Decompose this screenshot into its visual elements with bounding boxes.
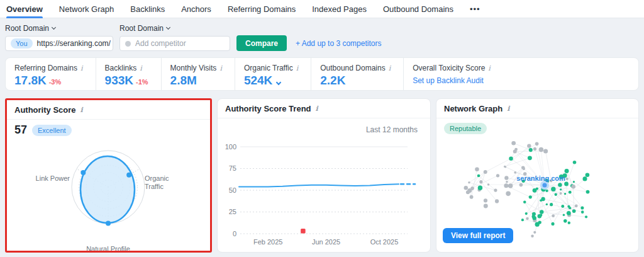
svg-text:75: 75: [229, 164, 236, 172]
compare-bar: Root Domain You https://seranking.com/ R…: [0, 18, 644, 51]
radar-axis-link-power: Link Power: [25, 174, 70, 183]
info-icon[interactable]: i: [316, 105, 318, 113]
network-graph-card: Network Graph i Reputable seranking.com …: [436, 98, 639, 253]
more-tabs-icon[interactable]: •••: [470, 4, 480, 14]
setup-backlink-audit-link[interactable]: Set up Backlink Audit: [413, 76, 491, 85]
you-domain-input[interactable]: You https://seranking.com/: [5, 36, 113, 51]
metric-label: Backlinks: [105, 64, 137, 72]
metrics-bar: Referring Domainsi 17.8K -3% Backlinksi …: [5, 57, 639, 91]
info-icon[interactable]: i: [488, 64, 491, 72]
metric-label: Referring Domains: [14, 64, 77, 72]
chevron-down-icon: [52, 25, 56, 30]
tab-referring-domains[interactable]: Referring Domains: [228, 0, 296, 18]
tab-indexed-pages[interactable]: Indexed Pages: [312, 0, 367, 18]
metric-value: 17.8K: [14, 74, 47, 88]
metric-value: 524K: [244, 74, 272, 88]
card-title: Authority Score Trend: [225, 104, 311, 113]
radar-axis-organic-traffic: Organic Traffic: [145, 174, 189, 191]
competitor-scope-label: Root Domain: [119, 24, 164, 33]
competitor-scope-dropdown[interactable]: Root Domain: [119, 24, 230, 33]
info-icon[interactable]: i: [296, 64, 299, 72]
view-full-report-button[interactable]: View full report: [443, 228, 513, 243]
svg-text:Jun 2025: Jun 2025: [312, 238, 340, 246]
info-icon[interactable]: i: [80, 64, 83, 72]
svg-text:Feb 2025: Feb 2025: [253, 238, 282, 246]
score-status-badge: Excellent: [32, 125, 72, 136]
metric-value: 933K: [105, 74, 133, 88]
metric-toxicity-score: Overall Toxicity Scorei Set up Backlink …: [403, 58, 503, 90]
info-icon[interactable]: i: [80, 106, 83, 114]
card-title: Authority Score: [14, 105, 76, 115]
network-status-badge: Reputable: [444, 123, 487, 134]
metric-outbound-domains: Outbound Domainsi 2.2K: [311, 58, 403, 90]
metric-referring-domains: Referring Domainsi 17.8K -3%: [6, 58, 96, 90]
compare-button[interactable]: Compare: [236, 35, 287, 51]
metric-label: Organic Traffic: [244, 64, 293, 72]
authority-score-trend-card: Authority Score Trend i Last 12 months 1…: [217, 98, 431, 253]
metric-backlinks: Backlinksi 933K -1%: [96, 58, 161, 90]
svg-text:100: 100: [225, 143, 236, 151]
metric-monthly-visits: Monthly Visitsi 2.8M: [161, 58, 235, 90]
svg-text:0: 0: [233, 230, 236, 237]
radar-axis-natural-profile: Natural Profile: [70, 245, 146, 253]
metric-value: 2.2K: [320, 74, 345, 88]
info-icon[interactable]: i: [389, 64, 391, 72]
trend-line-chart: 1007550250Feb 2025Jun 2025Oct 2025: [218, 136, 431, 249]
metric-label: Outbound Domains: [320, 64, 385, 72]
metric-label: Monthly Visits: [170, 64, 217, 72]
svg-text:50: 50: [229, 186, 236, 194]
authority-score-card: Authority Score i 57 Excellent Link Powe…: [5, 98, 212, 253]
cards-row: Authority Score i 57 Excellent Link Powe…: [5, 98, 639, 253]
you-scope-dropdown[interactable]: Root Domain: [5, 24, 113, 33]
svg-text:Oct 2025: Oct 2025: [370, 238, 399, 246]
tab-overview[interactable]: Overview: [6, 0, 43, 18]
info-icon[interactable]: i: [507, 105, 509, 113]
authority-score-value: 57: [14, 123, 27, 137]
chevron-down-icon: [276, 80, 281, 85]
add-competitors-link[interactable]: + Add up to 3 competitors: [296, 39, 381, 48]
report-tabs: Overview Network Graph Backlinks Anchors…: [0, 0, 644, 18]
tab-anchors[interactable]: Anchors: [181, 0, 211, 18]
svg-text:25: 25: [229, 208, 236, 215]
add-competitor-input[interactable]: Add competitor: [119, 36, 230, 51]
info-icon[interactable]: i: [219, 64, 222, 72]
competitor-dot-icon: [125, 41, 131, 47]
you-badge: You: [11, 38, 33, 49]
metric-delta: -1%: [136, 78, 148, 86]
metric-value: 2.8M: [170, 74, 197, 88]
you-domain-value: https://seranking.com/: [37, 39, 111, 48]
tab-outbound-domains[interactable]: Outbound Domains: [383, 0, 453, 18]
trend-range-label: Last 12 months: [366, 125, 418, 134]
card-title: Network Graph: [444, 104, 502, 113]
metric-label: Overall Toxicity Score: [413, 64, 485, 72]
competitor-placeholder: Add competitor: [135, 39, 186, 48]
tab-backlinks[interactable]: Backlinks: [130, 0, 165, 18]
metric-delta: -3%: [49, 78, 62, 86]
metric-organic-traffic: Organic Traffici 524K: [235, 58, 311, 90]
info-icon[interactable]: i: [140, 64, 142, 72]
organic-traffic-dropdown[interactable]: 524K: [244, 74, 298, 88]
you-scope-label: Root Domain: [5, 24, 49, 33]
tab-network-graph[interactable]: Network Graph: [59, 0, 114, 18]
network-center-domain-label: seranking.com: [516, 174, 565, 182]
chevron-down-icon: [166, 25, 170, 30]
